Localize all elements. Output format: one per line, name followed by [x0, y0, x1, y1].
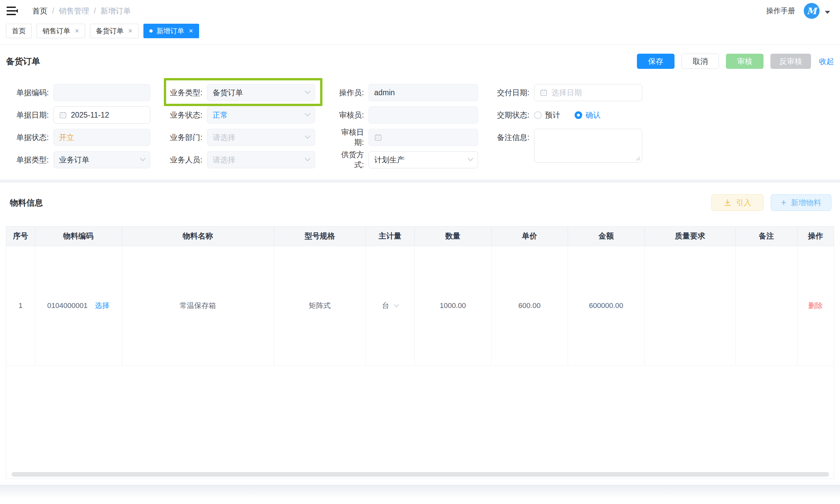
- materials-table: 序号 物料编码 物料名称 型号规格 主计量 数量 单价 金额 质量要求 备注 操…: [6, 227, 834, 366]
- cell-amount: 600000.00: [568, 246, 645, 365]
- radio-option-confirmed[interactable]: 确认: [575, 110, 601, 120]
- order-form-section: 备货订单 保存 取消 审核 反审核 收起 单据编码: 业务类型: 备货订单: [0, 45, 840, 168]
- tab-sales-order[interactable]: 销售订单 ×: [37, 24, 85, 38]
- field-operator: 操作员: admin: [332, 84, 496, 101]
- doc-code-input[interactable]: [53, 84, 150, 101]
- top-navbar: 首页 / 销售管理 / 新增订单 操作手册 M: [0, 0, 840, 22]
- field-doc-date: 单据日期: 2025-11-12: [6, 106, 168, 124]
- menu-fold-icon[interactable]: [6, 6, 18, 16]
- radio-on-icon: [575, 111, 582, 119]
- cell-material-code: 0104000001 选择: [35, 246, 122, 365]
- biz-person-select[interactable]: 请选择: [207, 151, 315, 168]
- select-material-link[interactable]: 选择: [95, 301, 109, 311]
- audit-button[interactable]: 审核: [726, 54, 764, 69]
- biz-dept-select[interactable]: 请选择: [207, 129, 315, 146]
- field-label: 业务部门:: [168, 132, 207, 143]
- operator-input[interactable]: admin: [369, 84, 478, 101]
- field-label: 业务状态:: [168, 110, 207, 120]
- import-button[interactable]: 引入: [712, 194, 764, 211]
- field-audit-date: 审核日期:: [332, 129, 496, 146]
- unit-select[interactable]: 台: [366, 301, 415, 311]
- cell-spec: 矩阵式: [274, 246, 366, 365]
- select-placeholder: 请选择: [213, 132, 235, 143]
- tab-label: 销售订单: [42, 26, 70, 36]
- select-value: 正常: [213, 110, 228, 120]
- select-placeholder: 请选择: [213, 155, 235, 165]
- date-placeholder: 选择日期: [552, 88, 582, 98]
- tab-new-order-active[interactable]: 新增订单 ×: [143, 24, 199, 38]
- close-icon[interactable]: ×: [189, 28, 193, 35]
- close-icon[interactable]: ×: [75, 28, 79, 35]
- chevron-down-icon: [468, 156, 473, 161]
- cell-quality[interactable]: [645, 246, 735, 365]
- remark-textarea[interactable]: [534, 129, 642, 163]
- manual-link[interactable]: 操作手册: [766, 6, 795, 16]
- biz-status-select[interactable]: 正常: [207, 106, 315, 124]
- delivery-date-picker[interactable]: 选择日期: [534, 84, 642, 101]
- form-actions: 保存 取消 审核 反审核 收起: [630, 54, 834, 69]
- col-material-code: 物料编码: [35, 227, 122, 246]
- cell-action: 删除: [797, 246, 834, 365]
- select-value: 备货订单: [213, 88, 243, 98]
- delete-link[interactable]: 删除: [808, 301, 823, 310]
- chevron-down-icon: [140, 156, 146, 161]
- field-auditor: 审核员:: [332, 106, 496, 124]
- materials-header: 物料信息 引入 + 新增物料: [10, 192, 832, 213]
- tab-label: 备货订单: [96, 26, 124, 36]
- chevron-down-icon[interactable]: [825, 11, 830, 14]
- cell-remark[interactable]: [735, 246, 797, 365]
- user-avatar[interactable]: M: [804, 3, 820, 19]
- field-label: 审核员:: [332, 110, 369, 120]
- tab-stock-order[interactable]: 备货订单 ×: [90, 24, 138, 38]
- add-material-button[interactable]: + 新增物料: [771, 194, 832, 211]
- close-icon[interactable]: ×: [128, 28, 133, 35]
- delivery-status-radio-group: 预计 确认: [534, 110, 615, 120]
- col-action: 操作: [797, 227, 834, 246]
- field-label: 交期状态:: [496, 110, 534, 120]
- doc-type-select[interactable]: 业务订单: [53, 151, 150, 168]
- field-label: 单据编码:: [6, 88, 53, 98]
- auditor-input[interactable]: [369, 106, 478, 124]
- material-code: 0104000001: [47, 301, 87, 310]
- field-doc-code: 单据编码:: [6, 84, 168, 101]
- calendar-icon: [374, 133, 382, 141]
- audit-date-picker[interactable]: [369, 129, 478, 146]
- cancel-button[interactable]: 取消: [681, 54, 719, 69]
- field-biz-type: 业务类型: 备货订单: [168, 84, 332, 101]
- supply-mode-select[interactable]: 计划生产: [369, 151, 478, 168]
- biz-type-select[interactable]: 备货订单: [207, 84, 315, 101]
- field-label: 业务类型:: [168, 88, 207, 98]
- field-doc-type: 单据类型: 业务订单: [6, 151, 168, 168]
- cell-unit: 台: [366, 246, 415, 365]
- doc-date-picker[interactable]: 2025-11-12: [53, 106, 150, 124]
- collapse-link[interactable]: 收起: [819, 56, 834, 67]
- breadcrumb-new-order: 新增订单: [101, 6, 131, 16]
- resize-grip-icon[interactable]: [635, 156, 640, 161]
- breadcrumb: 首页 / 销售管理 / 新增订单: [32, 6, 131, 16]
- radio-option-estimated[interactable]: 预计: [534, 110, 560, 120]
- breadcrumb-separator: /: [94, 6, 95, 16]
- doc-status-input[interactable]: 开立: [53, 129, 150, 146]
- add-label: 新增物料: [791, 198, 821, 208]
- col-material-name: 物料名称: [122, 227, 274, 246]
- unit-value: 台: [382, 301, 389, 311]
- field-remark: 备注信息:: [496, 129, 681, 146]
- field-label: 操作员:: [332, 88, 369, 98]
- tab-home[interactable]: 首页: [6, 24, 32, 38]
- materials-title: 物料信息: [10, 197, 43, 208]
- field-delivery-status: 交期状态: 预计 确认: [496, 106, 681, 124]
- col-spec: 型号规格: [274, 227, 366, 246]
- breadcrumb-sales-mgmt[interactable]: 销售管理: [59, 6, 89, 16]
- plus-icon: +: [781, 198, 786, 207]
- cell-price[interactable]: 600.00: [491, 246, 568, 365]
- date-value: 2025-11-12: [71, 111, 109, 120]
- horizontal-scrollbar[interactable]: [12, 472, 829, 476]
- navbar-right: 操作手册 M: [766, 3, 830, 19]
- save-button[interactable]: 保存: [637, 54, 675, 69]
- reverse-audit-button[interactable]: 反审核: [770, 54, 811, 69]
- breadcrumb-home[interactable]: 首页: [32, 6, 48, 16]
- radio-label: 确认: [585, 110, 601, 120]
- cell-qty[interactable]: 1000.00: [415, 246, 491, 365]
- page-title: 备货订单: [6, 56, 40, 67]
- chevron-down-icon: [305, 111, 311, 116]
